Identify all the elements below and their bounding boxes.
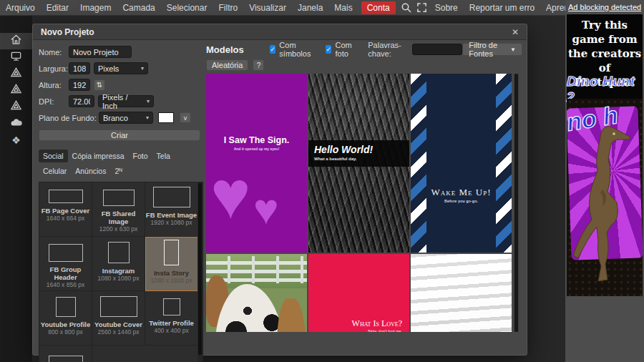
tab-powers-of-two[interactable]: 2ᴺ — [110, 165, 126, 177]
template-twitter-profile[interactable]: Twitter Profile 400 x 400 px — [145, 291, 198, 346]
create-button[interactable]: Criar — [39, 129, 200, 141]
dpi-unit-select[interactable]: Pixels / Inch ▾ — [98, 95, 154, 107]
google-drive-button-2[interactable] — [0, 82, 32, 99]
drive-triangle-icon — [10, 67, 22, 82]
category-tabs: Social Cópia impressa Foto Tela Celular … — [39, 150, 206, 177]
cloud-icon — [10, 117, 23, 130]
template-fb-group-header[interactable]: FB Group Header 1640 x 856 px — [39, 237, 92, 291]
template-insta-story-selected[interactable]: Insta Story 1080 x 1920 px — [145, 237, 198, 291]
poster-text-band: Hello World! What a beautiful day. — [308, 140, 409, 167]
tab-anuncios[interactable]: Anúncios — [71, 165, 110, 177]
ad-column: Ad blocking detected Try this game from … — [565, 0, 644, 362]
menu-editar[interactable]: Editar — [41, 0, 74, 16]
template-poster-what-is-love[interactable]: What Is Love? Baby, don't hurt me. — [308, 254, 409, 332]
dpi-input[interactable] — [69, 95, 94, 107]
keywords-input[interactable] — [412, 44, 462, 55]
template-shape-icon — [49, 244, 83, 262]
menubar: Arquivo Editar Imagem Camada Selecionar … — [0, 0, 565, 16]
template-size-list: FB Page Cover 1640 x 664 px FB Shared Im… — [39, 182, 203, 362]
menu-mais[interactable]: Mais — [328, 0, 358, 16]
ad-game-title[interactable]: Dino Hunt 2 — [567, 80, 643, 99]
dpi-label: DPI: — [39, 97, 69, 106]
tab-celular[interactable]: Celular — [39, 165, 71, 177]
template-shape-icon — [56, 297, 76, 317]
open-from-computer-button[interactable] — [0, 49, 32, 66]
with-photo-checkbox[interactable]: ✓ Com foto — [326, 41, 358, 58]
left-toolbar: ❖ — [0, 16, 32, 362]
menu-filtro[interactable]: Filtro — [213, 0, 243, 16]
template-youtube-cover[interactable]: Youtube Cover 2560 x 1440 px — [92, 291, 145, 346]
swap-dimensions-button[interactable]: ⇅ — [94, 79, 105, 91]
template-poster-farm-photo[interactable] — [206, 254, 307, 332]
scrollbar-thumb[interactable] — [514, 74, 518, 332]
dialog-titlebar[interactable]: Novo Projeto ✕ — [33, 24, 527, 40]
checkbox-checked-icon: ✓ — [270, 45, 276, 54]
ad-game-banner[interactable]: no h — [567, 99, 643, 296]
raptor-dinosaur-image — [567, 118, 631, 286]
onedrive-button[interactable] — [0, 115, 32, 132]
menu-reportar-erro[interactable]: Reportar um erro — [464, 0, 540, 16]
google-drive-button-1[interactable] — [0, 66, 32, 82]
template-instagram[interactable]: Instagram 1080 x 1080 px — [92, 237, 145, 291]
width-label: Largura: — [39, 64, 69, 73]
template-youtube-profile[interactable]: Youtube Profile 800 x 800 px — [39, 291, 92, 346]
menu-arquivo[interactable]: Arquivo — [0, 0, 41, 16]
menu-selecionar[interactable]: Selecionar — [161, 0, 213, 16]
height-input[interactable] — [69, 79, 90, 91]
menu-visualizar[interactable]: Visualizar — [243, 0, 292, 16]
with-symbols-checkbox[interactable]: ✓ Com símbolos — [270, 41, 316, 58]
ad-promo-text[interactable]: Try this game from the creators of Photo… — [567, 14, 643, 80]
name-label: Nome: — [39, 48, 69, 57]
tab-tela[interactable]: Tela — [152, 150, 175, 162]
poster-grid-scrollbar[interactable] — [514, 74, 519, 332]
home-button[interactable] — [0, 33, 32, 49]
filter-arrow-icon: ▼ — [510, 47, 516, 53]
checkbox-checked-icon: ✓ — [326, 45, 332, 54]
template-list-scrollbar[interactable] — [197, 182, 203, 362]
template-poster-hello-world[interactable]: Hello World! What a beautiful day. — [308, 74, 409, 253]
background-select[interactable]: Branco ▾ — [99, 112, 153, 124]
font-filter-button[interactable]: Filtro de Fontes ▼ — [462, 43, 522, 56]
tab-foto[interactable]: Foto — [129, 150, 152, 162]
background-label: Plano de Fundo: — [39, 114, 99, 122]
template-fb-page-cover[interactable]: FB Page Cover 1640 x 664 px — [39, 182, 92, 237]
poster-grid: I Saw The Sign. And it opened up my eyes… — [206, 74, 512, 332]
width-unit-select[interactable]: Pixels ▾ — [94, 62, 148, 74]
template-partial-row[interactable] — [39, 346, 92, 362]
template-shape-icon — [100, 296, 137, 317]
help-button[interactable]: ? — [253, 59, 264, 71]
keywords-label: Palavras-chave: — [368, 41, 409, 58]
fullscreen-icon[interactable] — [416, 1, 427, 14]
random-button[interactable]: Aleatória — [206, 59, 248, 71]
monitor-icon — [10, 50, 22, 65]
template-shape-icon — [108, 242, 130, 263]
dialog-title: Novo Projeto — [41, 27, 94, 37]
tab-social[interactable]: Social — [39, 150, 68, 162]
heart-icon: ♥ — [253, 188, 279, 231]
background-color-swatch[interactable] — [158, 112, 174, 123]
template-poster-sky-photo[interactable] — [411, 254, 512, 332]
menu-sobre[interactable]: Sobre — [429, 0, 464, 16]
account-button[interactable]: Conta — [361, 1, 396, 14]
template-shape-icon — [49, 190, 83, 203]
width-input[interactable] — [69, 62, 90, 74]
diagonal-stripes — [411, 74, 426, 253]
name-input[interactable] — [69, 46, 132, 58]
height-label: Altura: — [39, 81, 69, 89]
background-options-button[interactable]: v — [180, 112, 191, 123]
menu-imagem[interactable]: Imagem — [74, 0, 117, 16]
template-fb-event-image[interactable]: FB Event Image 1920 x 1080 px — [145, 182, 198, 237]
search-icon[interactable] — [401, 1, 412, 14]
google-drive-button-3[interactable] — [0, 99, 32, 115]
template-poster-i-saw-the-sign[interactable]: I Saw The Sign. And it opened up my eyes… — [206, 74, 307, 253]
dropbox-button[interactable]: ❖ — [0, 132, 32, 148]
template-poster-wake-me-up[interactable]: Wake Me Up! Before you go-go. — [411, 74, 512, 253]
template-fb-shared-image[interactable]: FB Shared Image 1200 x 630 px — [92, 182, 145, 237]
scrollbar-thumb[interactable] — [198, 183, 202, 355]
close-icon[interactable]: ✕ — [512, 27, 519, 37]
tab-copia-impressa[interactable]: Cópia impressa — [68, 150, 129, 162]
menu-camada[interactable]: Camada — [117, 0, 160, 16]
template-shape-icon — [163, 298, 180, 315]
menu-janela[interactable]: Janela — [292, 0, 328, 16]
chevron-down-icon: ▾ — [147, 98, 150, 104]
